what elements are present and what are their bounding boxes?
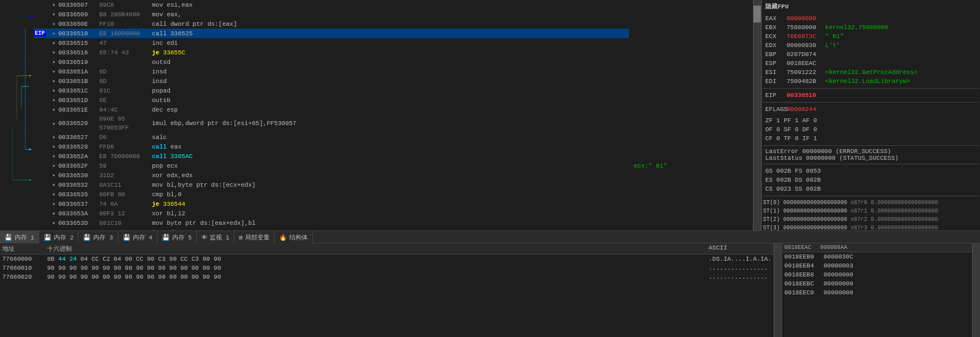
disasm-row[interactable]: ●0033653031D2xor edx,edx: [34, 170, 753, 180]
breakpoint-dot[interactable]: ●: [50, 151, 57, 161]
disasm-row[interactable]: ●0033650EFF10call dword ptr ds:[eax]: [34, 19, 753, 29]
disasm-scrollbar[interactable]: [753, 0, 761, 230]
reg-comment: L'τ': [825, 41, 840, 50]
disasm-row[interactable]: ●0033652AE8 7D000000call 3365AC: [34, 151, 753, 161]
eip-indicator: [34, 48, 50, 57]
seg-divider: [763, 164, 979, 164]
tab-label: 局部变量: [245, 234, 270, 241]
disasm-row[interactable]: ●0033653580FB 00cmp bl,0: [34, 190, 753, 199]
tab-局部变量[interactable]: ⊞局部变量: [234, 231, 275, 243]
reg-value: 00000000: [787, 14, 816, 23]
tab-icon: 💾: [44, 234, 52, 241]
disasm-row[interactable]: ●0033651A6Dinsd: [34, 67, 753, 76]
disasm-row[interactable]: ●0033651C01Cpopad: [34, 86, 753, 95]
disasm-instruction: call dword ptr ds:[eax]: [150, 19, 629, 29]
memory-scrollbar[interactable]: [774, 243, 782, 337]
disasm-address: 00336507: [57, 0, 99, 10]
breakpoint-dot[interactable]: ●: [50, 10, 57, 19]
breakpoint-dot[interactable]: ●: [50, 132, 57, 142]
disasm-row[interactable]: ●0033650789C6mov esi,eax: [34, 0, 753, 10]
disasm-address: 00336520: [57, 114, 99, 132]
tab-监视 1[interactable]: 👁监视 1: [197, 231, 234, 243]
disasm-instruction: mov eax,: [150, 10, 629, 19]
disasm-address: 00336516: [57, 48, 99, 57]
disasm-row[interactable]: ●00336527D6salc: [34, 132, 753, 142]
disasm-row[interactable]: ●0033651B6Dinsd: [34, 76, 753, 86]
tab-内存 3[interactable]: 💾内存 3: [78, 231, 118, 243]
disasm-row[interactable]: ●0033651D6Eoutsb: [34, 95, 753, 105]
disasm-bytes: 6E: [99, 95, 150, 105]
disasm-row[interactable]: ●00336528FFD0call eax: [34, 142, 753, 151]
disasm-row[interactable]: ●00336520696E 65 570053FFimul ebp,dword …: [34, 114, 753, 132]
breakpoint-dot[interactable]: ●: [50, 38, 57, 48]
register-row: EDI7509482B<kernel32.LoadLibraryw>: [763, 77, 979, 86]
disasm-instruction: pop ecx: [150, 161, 629, 170]
breakpoint-dot[interactable]: ●: [50, 142, 57, 151]
tab-内存 1[interactable]: 💾内存 1: [0, 231, 39, 243]
breakpoint-dot[interactable]: ●: [50, 0, 57, 10]
bottom-stack-row: 0018EEB00000030C: [782, 252, 972, 261]
tab-label: 内存 5: [172, 234, 192, 241]
breakpoint-dot[interactable]: ●: [50, 114, 57, 132]
eip-indicator: [34, 142, 50, 151]
disasm-instruction: dec esp: [150, 105, 629, 114]
breakpoint-dot[interactable]: ●: [50, 86, 57, 95]
disasm-row[interactable]: ●00336509B8 286B4600mov eax,: [34, 10, 753, 19]
breakpoint-dot[interactable]: ●: [50, 19, 57, 29]
disasm-row[interactable]: ●0033653774 0Aje 336544: [34, 199, 753, 209]
svg-marker-9: [29, 75, 32, 77]
stack-row-addr: 0018EEB4: [784, 261, 824, 270]
memory-row: 776600008B 44 24 04 CC C2 04 00 CC 90 C3…: [0, 255, 774, 264]
disasm-row[interactable]: EIP●00336510E8 10000000call 336525: [34, 29, 753, 38]
tab-内存 2[interactable]: 💾内存 2: [39, 231, 78, 243]
flow-arrows-svg: [0, 0, 34, 230]
breakpoint-dot[interactable]: ●: [50, 190, 57, 199]
eip-indicator: [34, 190, 50, 199]
breakpoint-dot[interactable]: ●: [50, 199, 57, 209]
disasm-row[interactable]: ●0033651E64:4Cdec esp: [34, 105, 753, 114]
eip-indicator: [34, 0, 50, 10]
mem-row-addr: 77660010: [0, 264, 45, 273]
tab-内存 4[interactable]: 💾内存 4: [118, 231, 158, 243]
breakpoint-dot[interactable]: ●: [50, 180, 57, 190]
disasm-row[interactable]: ●0033653D881C10mov byte ptr ds:[eax+edx]…: [34, 218, 753, 228]
breakpoint-dot[interactable]: ●: [50, 76, 57, 86]
tab-结构体[interactable]: 🔥结构体: [275, 231, 313, 243]
tab-内存 5[interactable]: 💾内存 5: [158, 231, 197, 243]
bottom-tabs: 💾内存 1💾内存 2💾内存 3💾内存 4💾内存 5👁监视 1⊞局部变量🔥结构体: [0, 231, 980, 243]
disasm-row[interactable]: ●00336519outsd: [34, 57, 753, 67]
breakpoint-dot[interactable]: ●: [50, 29, 57, 38]
breakpoint-dot[interactable]: ●: [50, 218, 57, 228]
breakpoint-dot[interactable]: ●: [50, 105, 57, 114]
stack-row-val: 00000000: [824, 270, 868, 279]
eip-indicator: [34, 161, 50, 170]
disasm-row[interactable]: ●0033651665:74 43je 33655C: [34, 48, 753, 57]
breakpoint-dot[interactable]: ●: [50, 48, 57, 57]
breakpoint-dot[interactable]: ●: [50, 161, 57, 170]
breakpoint-dot[interactable]: ●: [50, 57, 57, 67]
disasm-address: 0033650E: [57, 19, 99, 29]
bottom-stack-row: 0018EEB400000003: [782, 261, 972, 270]
memory-row: 7766002090 90 90 90 90 90 90 90 90 90 90…: [0, 273, 774, 281]
disasm-row[interactable]: ●0033651547inc edi: [34, 38, 753, 48]
reg-value: 75080000: [787, 23, 816, 32]
disasm-address: 0033652A: [57, 151, 99, 161]
eip-indicator: [34, 209, 50, 218]
disasm-row[interactable]: ●003365328A1C11mov bl,byte ptr ds:[ecx+e…: [34, 180, 753, 190]
disasm-address: 0033653D: [57, 218, 99, 228]
mem-row-addr: 77660000: [0, 255, 45, 264]
bottom-stack-row: 0018EEC000000000: [782, 288, 972, 297]
stack-row-addr: 0018EEC0: [784, 288, 824, 297]
mem-row-hex: 90 90 90 90 90 90 90 90 90 90 90 90 90 9…: [45, 264, 706, 273]
breakpoint-dot[interactable]: ●: [50, 170, 57, 180]
breakpoint-dot[interactable]: ●: [50, 95, 57, 105]
disasm-row[interactable]: ●0033653A80F3 12xor bl,12: [34, 209, 753, 218]
disasm-row[interactable]: ●0033652F59pop ecxecx:" R1": [34, 161, 753, 170]
tab-label: 内存 4: [133, 234, 152, 241]
stack-scrollbar[interactable]: [972, 243, 980, 337]
reg-value: 0018EEAC: [787, 59, 816, 68]
breakpoint-dot[interactable]: ●: [50, 67, 57, 76]
st-reg-row: ST(3) 0000000000000000000 x87r3 0.000000…: [763, 224, 979, 230]
disasm-instruction: mov byte ptr ds:[eax+edx],bl: [150, 218, 629, 228]
breakpoint-dot[interactable]: ●: [50, 209, 57, 218]
